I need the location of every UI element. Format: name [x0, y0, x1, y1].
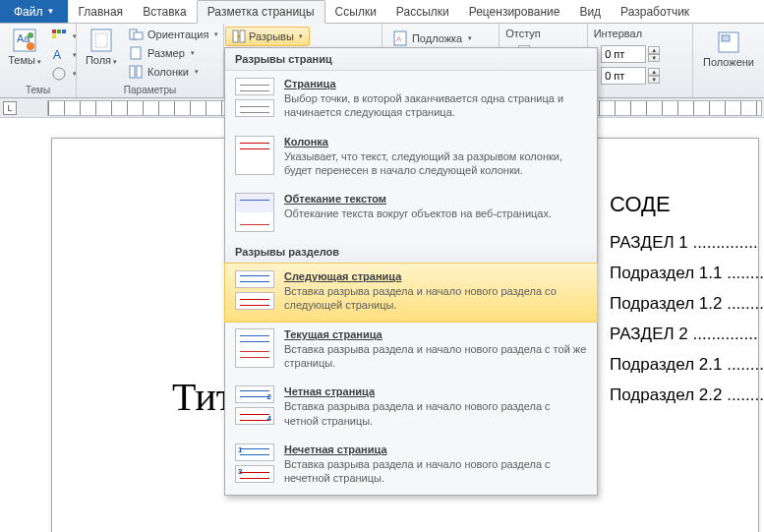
tab-stop-selector[interactable]: L: [3, 101, 17, 115]
effects-icon: [51, 66, 67, 82]
menu-item-desc: Вставка разрыва раздела и начало нового …: [284, 457, 587, 486]
group-page-setup: Поля▾ Ориентация▾ Размер▾ Колонки▾ Парам…: [77, 24, 224, 97]
theme-fonts-button[interactable]: A▾: [47, 46, 81, 64]
menu-item-page-break[interactable]: Страница Выбор точки, в которой заканчив…: [225, 71, 597, 129]
margins-label: Поля: [86, 54, 111, 66]
menu-item-title: Следующая страница: [284, 270, 587, 282]
tab-stop-label: L: [7, 103, 12, 113]
svg-rect-10: [91, 30, 111, 51]
toc-row: РАЗДЕЛ 2 ..............: [610, 325, 764, 344]
page-number-icon: 4: [267, 414, 271, 423]
columns-button[interactable]: Колонки▾: [124, 63, 222, 81]
ribbon-tabstrip: Файл ▼ Главная Вставка Разметка страницы…: [0, 0, 764, 24]
svg-point-2: [27, 42, 34, 50]
continuous-section-icon: [235, 328, 274, 368]
text-wrap-break-icon: [235, 193, 274, 232]
svg-rect-16: [137, 66, 142, 78]
tab-references[interactable]: Ссылки: [325, 0, 386, 23]
menu-item-desc: Вставка разрыва раздела и начало нового …: [284, 342, 587, 371]
spin-up-icon[interactable]: ▲: [648, 46, 660, 54]
tab-label: Разработчик: [620, 5, 689, 19]
group-label: Параметры: [83, 84, 217, 97]
tab-label: Ссылки: [335, 5, 377, 19]
menu-item-desc: Вставка разрыва раздела и начало нового …: [284, 399, 587, 428]
margins-button[interactable]: Поля▾: [83, 26, 120, 69]
tab-label: Вид: [579, 5, 601, 19]
svg-rect-4: [52, 30, 56, 33]
menu-item-even-page-section[interactable]: 2 4 Четная страница Вставка разрыва разд…: [225, 379, 597, 437]
margins-icon: [88, 28, 114, 53]
tab-insert[interactable]: Вставка: [133, 0, 197, 23]
size-button[interactable]: Размер▾: [124, 44, 222, 62]
svg-rect-17: [233, 30, 238, 42]
svg-point-3: [28, 32, 33, 38]
spacing-before-spinner[interactable]: ↕ ▲▼: [594, 45, 686, 63]
spacing-after-spinner[interactable]: ↕ ▲▼: [594, 67, 686, 85]
odd-page-section-icon: 1 3: [235, 443, 274, 483]
theme-effects-button[interactable]: ▾: [47, 65, 81, 83]
svg-rect-7: [52, 34, 56, 38]
tab-view[interactable]: Вид: [569, 0, 611, 23]
watermark-label: Подложка: [412, 32, 462, 44]
svg-point-9: [53, 68, 65, 80]
tab-page-layout[interactable]: Разметка страницы: [197, 0, 325, 24]
svg-rect-13: [134, 32, 143, 39]
even-page-section-icon: 2 4: [235, 385, 274, 425]
page-number-icon: 3: [238, 467, 242, 476]
table-of-contents: СОДЕ РАЗДЕЛ 1 .............. Подраздел 1…: [610, 192, 764, 416]
spacing-before-input[interactable]: [601, 45, 646, 63]
menu-section-page-breaks: Разрывы страниц: [225, 48, 597, 71]
spin-down-icon[interactable]: ▼: [648, 54, 660, 62]
fonts-icon: A: [51, 47, 67, 63]
svg-rect-6: [62, 30, 66, 33]
tab-label: Рецензирование: [469, 5, 560, 19]
next-page-section-icon: [235, 270, 274, 310]
menu-item-next-page-section[interactable]: Следующая страница Вставка разрыва разде…: [224, 263, 598, 323]
toc-row: Подраздел 2.1 ........: [610, 355, 764, 375]
menu-item-odd-page-section[interactable]: 1 3 Нечетная страница Вставка разрыва ра…: [225, 437, 597, 495]
size-label: Размер: [147, 47, 185, 59]
tab-label: Вставка: [143, 5, 187, 19]
menu-item-title: Страница: [284, 78, 587, 89]
theme-colors-button[interactable]: ▾: [47, 28, 81, 45]
group-arrange: Положени: [693, 24, 764, 97]
breaks-dropdown: Разрывы страниц Страница Выбор точки, в …: [224, 47, 598, 496]
svg-rect-18: [240, 30, 245, 42]
watermark-button[interactable]: A Подложка▾: [388, 30, 476, 47]
menu-item-title: Обтекание текстом: [284, 193, 552, 205]
menu-item-continuous-section[interactable]: Текущая страница Вставка разрыва раздела…: [225, 322, 597, 380]
breaks-button[interactable]: Разрывы▾: [225, 27, 310, 46]
tab-mailings[interactable]: Рассылки: [386, 0, 459, 23]
themes-button[interactable]: Aa Темы▾: [6, 26, 43, 69]
page-break-icon: [235, 78, 274, 117]
file-tab[interactable]: Файл ▼: [0, 0, 68, 23]
position-button[interactable]: Положени: [699, 28, 758, 71]
tab-developer[interactable]: Разработчик: [611, 0, 699, 23]
tab-label: Рассылки: [396, 5, 449, 19]
columns-icon: [128, 64, 144, 80]
svg-rect-15: [130, 66, 135, 78]
toc-row: РАЗДЕЛ 1 ..............: [610, 233, 764, 253]
chevron-down-icon: ▼: [47, 7, 55, 16]
menu-item-column-break[interactable]: Колонка Указывает, что текст, следующий …: [225, 129, 597, 187]
orientation-label: Ориентация: [147, 29, 208, 40]
tab-home[interactable]: Главная: [68, 0, 133, 23]
spacing-after-input[interactable]: [601, 67, 646, 85]
menu-item-desc: Обтекание текста вокруг объектов на веб-…: [284, 207, 552, 220]
toc-heading: СОДЕ: [610, 192, 764, 217]
indent-label: Отступ: [505, 28, 580, 39]
orientation-button[interactable]: Ориентация▾: [124, 26, 222, 43]
tab-review[interactable]: Рецензирование: [459, 0, 570, 23]
file-tab-label: Файл: [14, 5, 43, 19]
columns-label: Колонки: [147, 66, 189, 78]
page-number-icon: 2: [267, 392, 271, 401]
page-number-icon: 1: [238, 445, 242, 454]
spin-down-icon[interactable]: ▼: [648, 76, 660, 84]
menu-item-text-wrapping-break[interactable]: Обтекание текстом Обтекание текста вокру…: [225, 186, 597, 241]
menu-item-title: Колонка: [284, 136, 587, 148]
menu-item-desc: Выбор точки, в которой заканчивается одн…: [284, 91, 587, 120]
themes-icon: Aa: [12, 28, 37, 53]
spin-up-icon[interactable]: ▲: [648, 68, 660, 76]
toc-row: Подраздел 1.2 ........: [610, 294, 764, 314]
group-themes: Aa Темы▾ ▾ A▾ ▾ Темы: [0, 24, 77, 97]
